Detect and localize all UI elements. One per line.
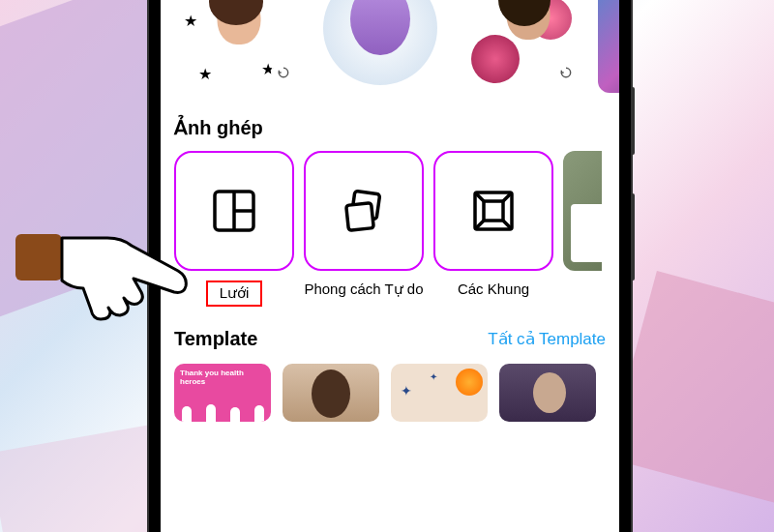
play-icon (553, 60, 579, 85)
grid-collage-icon (209, 186, 259, 236)
template-card[interactable] (499, 364, 596, 422)
pointing-hand-icon (15, 199, 209, 325)
phone-screen: ★ ★ ★ (161, 0, 619, 532)
svg-rect-6 (484, 201, 503, 221)
template-card[interactable]: Thank you health heroes (174, 364, 271, 422)
gallery-thumb[interactable] (315, 0, 445, 93)
play-icon (271, 60, 296, 85)
see-all-templates-link[interactable]: Tất cả Template (488, 329, 606, 349)
gallery-row: ★ ★ ★ (174, 0, 606, 93)
gallery-thumb[interactable] (457, 0, 586, 93)
collage-option-frames[interactable] (433, 151, 553, 271)
template-row: Thank you health heroes ✦ ✦ (174, 364, 606, 422)
collage-label-freestyle: Phong cách Tự do (304, 281, 424, 307)
svg-rect-4 (346, 203, 374, 231)
template-card[interactable] (283, 364, 379, 422)
phone-frame: ★ ★ ★ (149, 0, 631, 532)
gallery-thumb[interactable] (598, 0, 619, 93)
collage-labels-row: Lưới Phong cách Tự do Các Khung (174, 281, 606, 307)
frames-icon (469, 187, 518, 235)
collage-label-frames: Các Khung (433, 281, 553, 307)
section-title-collage: Ảnh ghép (174, 116, 606, 139)
freestyle-icon (338, 185, 390, 237)
highlight-box: Lưới (206, 281, 263, 307)
svg-rect-11 (15, 234, 62, 281)
template-card[interactable]: ✦ ✦ (391, 364, 488, 422)
section-title-template: Template (174, 328, 257, 350)
collage-options-row (174, 151, 606, 271)
collage-option-more[interactable] (563, 151, 602, 271)
gallery-thumb[interactable]: ★ ★ ★ (174, 0, 304, 93)
collage-option-freestyle[interactable] (304, 151, 424, 271)
